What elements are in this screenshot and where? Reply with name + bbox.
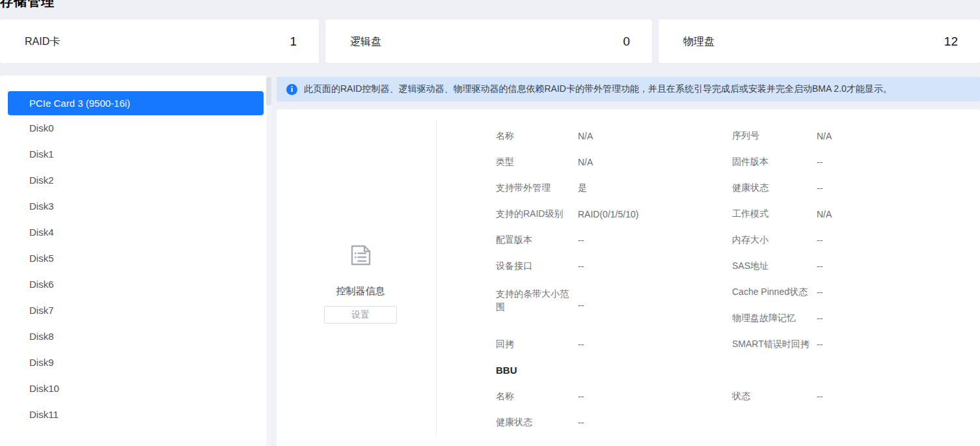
field-label: 名称 (496, 130, 578, 142)
field-row-bbu-health-status: 健康状态 -- (496, 410, 980, 436)
sidebar-item-disk6[interactable]: Disk6 (0, 272, 271, 298)
field-value: N/A (578, 157, 593, 167)
sidebar-item-disk0[interactable]: Disk0 (0, 115, 271, 141)
sidebar-item-disk8[interactable]: Disk8 (0, 324, 271, 350)
sidebar-item-raid-controller-selected[interactable]: PCIe Card 3 (9500-16i) (8, 91, 264, 115)
field-value: -- (817, 157, 823, 167)
sidebar-item-disk3[interactable]: Disk3 (0, 193, 271, 219)
field-row-config-version: 配置版本 -- (496, 227, 724, 253)
field-label: 健康状态 (732, 182, 817, 194)
card-value: 0 (623, 20, 630, 63)
field-row-sas-address: SAS地址 -- (732, 253, 976, 279)
vertical-divider (436, 120, 437, 436)
field-label: 内存大小 (732, 234, 817, 246)
sidebar-item-disk1[interactable]: Disk1 (0, 141, 271, 167)
field-value: N/A (817, 209, 832, 219)
bbu-section: BBU 名称 -- 健康状态 -- 状态 -- (496, 357, 980, 436)
controller-info-block: 控制器信息 设置 (308, 242, 413, 324)
field-value: -- (817, 287, 823, 298)
field-row-raid-levels: 支持的RAID级别 RAID(0/1/5/10) (496, 201, 724, 227)
controller-info-panel: 控制器信息 设置 名称 N/A 类型 N/A 支持带外管理 是 支持的RAID级… (277, 109, 980, 446)
sidebar-item-disk4[interactable]: Disk4 (0, 219, 271, 245)
sidebar-scrollbar-thumb[interactable] (266, 77, 271, 105)
field-label: 支持的条带大小范围 (496, 287, 578, 318)
info-banner: i 此页面的RAID控制器、逻辑驱动器、物理驱动器的信息依赖RAID卡的带外管理… (277, 77, 980, 102)
controller-fields-right: 序列号 N/A 固件版本 -- 健康状态 -- 工作模式 N/A 内存大小 --… (732, 123, 976, 357)
field-row-smart-error-copyback: SMART错误时回拷 -- (732, 331, 976, 357)
field-value: RAID(0/1/5/10) (578, 209, 638, 219)
sidebar-item-disk11[interactable]: Disk11 (0, 402, 271, 428)
field-row-name: 名称 N/A (496, 123, 724, 149)
field-row-work-mode: 工作模式 N/A (732, 201, 976, 227)
controller-fields-left: 名称 N/A 类型 N/A 支持带外管理 是 支持的RAID级别 RAID(0/… (496, 123, 724, 357)
field-row-memory-size: 内存大小 -- (732, 227, 976, 253)
field-value: N/A (578, 131, 593, 141)
field-row-health-status: 健康状态 -- (732, 175, 976, 201)
raid-card-summary-card: RAID卡 1 (0, 20, 319, 63)
sidebar-item-disk9[interactable]: Disk9 (0, 350, 271, 376)
sidebar-scrollbar-track[interactable] (266, 76, 271, 446)
field-row-cache-pinned-status: Cache Pinned状态 -- (732, 279, 976, 305)
field-value: -- (578, 339, 584, 350)
field-value: -- (817, 261, 823, 272)
field-row-firmware-version: 固件版本 -- (732, 149, 976, 175)
field-label: 状态 (732, 391, 817, 402)
field-row-copyback: 回拷 -- (496, 331, 724, 357)
info-icon: i (286, 84, 297, 95)
field-label: 设备接口 (496, 260, 578, 272)
field-label: 健康状态 (496, 417, 578, 428)
field-value: -- (578, 417, 584, 428)
page-title: 存储管理 (0, 0, 55, 10)
field-label: 序列号 (732, 130, 817, 142)
sidebar-item-disk10[interactable]: Disk10 (0, 376, 271, 402)
field-value: -- (578, 391, 584, 402)
field-label: 支持的RAID级别 (496, 208, 578, 220)
controller-info-title: 控制器信息 (308, 285, 413, 298)
field-row-stripe-size-range: 支持的条带大小范围 -- (496, 279, 724, 318)
field-label: 支持带外管理 (496, 182, 578, 194)
controller-list-icon (347, 242, 374, 268)
field-label: 配置版本 (496, 234, 578, 246)
field-row-oob-support: 支持带外管理 是 (496, 175, 724, 201)
field-row-disk-fault-memory: 物理盘故障记忆 -- (732, 305, 976, 331)
settings-button[interactable]: 设置 (324, 306, 397, 324)
field-label: SAS地址 (732, 260, 817, 272)
field-label: 回拷 (496, 339, 578, 350)
field-value: -- (578, 235, 584, 245)
field-row-bbu-status: 状态 -- (732, 383, 823, 410)
info-banner-text: 此页面的RAID控制器、逻辑驱动器、物理驱动器的信息依赖RAID卡的带外管理功能… (304, 83, 892, 95)
field-label: 固件版本 (732, 156, 817, 168)
card-value: 1 (290, 20, 297, 63)
sidebar-item-disk2[interactable]: Disk2 (0, 167, 271, 193)
card-value: 12 (944, 20, 958, 63)
field-value: -- (578, 300, 584, 318)
field-value: N/A (817, 131, 832, 141)
card-label: 物理盘 (683, 20, 715, 63)
field-value: -- (817, 313, 823, 324)
field-value: -- (817, 391, 823, 402)
logical-disk-summary-card: 逻辑盘 0 (325, 20, 652, 63)
sidebar-item-disk5[interactable]: Disk5 (0, 245, 271, 272)
field-label: 类型 (496, 156, 578, 168)
field-label: 物理盘故障记忆 (732, 313, 817, 324)
field-value: -- (578, 261, 584, 272)
field-value: -- (817, 235, 823, 245)
field-value: -- (817, 339, 823, 350)
field-label: 工作模式 (732, 208, 817, 220)
field-label: SMART错误时回拷 (732, 339, 817, 350)
physical-disk-summary-card: 物理盘 12 (659, 20, 980, 63)
storage-management-page: 存储管理 RAID卡 1 逻辑盘 0 物理盘 12 PCIe Card 3 (9… (0, 0, 980, 446)
field-row-device-interface: 设备接口 -- (496, 253, 724, 279)
card-label: 逻辑盘 (350, 20, 381, 63)
card-label: RAID卡 (25, 20, 60, 63)
field-label: Cache Pinned状态 (732, 286, 817, 298)
field-value: -- (817, 183, 823, 193)
field-row-type: 类型 N/A (496, 149, 724, 175)
bbu-section-title: BBU (496, 357, 980, 383)
field-value: 是 (578, 182, 587, 194)
field-label: 名称 (496, 391, 578, 402)
storage-device-sidebar: PCIe Card 3 (9500-16i) Disk0 Disk1 Disk2… (0, 76, 271, 446)
sidebar-item-disk7[interactable]: Disk7 (0, 298, 271, 324)
field-row-serial-number: 序列号 N/A (732, 123, 976, 149)
